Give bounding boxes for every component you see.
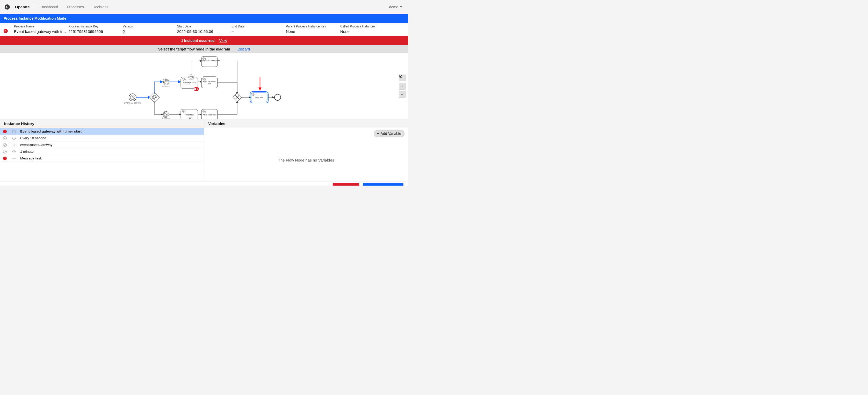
svg-rect-21 [202, 57, 218, 67]
message-interrupted-label: Message task interrupted [198, 59, 220, 62]
nav-decisions[interactable]: Decisions [93, 5, 108, 9]
history-row[interactable]: !Event based gateway with timer start [0, 128, 204, 135]
variables-title: Variables [204, 119, 408, 128]
incident-icon: ! [4, 29, 8, 33]
edge-aftertimer-merge [218, 101, 237, 114]
parent-key-label: Parent Process Instance Key [286, 25, 340, 28]
history-row[interactable]: eventBasedGateway [0, 141, 204, 148]
instance-key-value: 2251799813694906 [68, 29, 123, 34]
node-boundary-message[interactable] [188, 74, 194, 80]
select-target-bar: Select the target flow node in the diagr… [0, 45, 408, 53]
zoom-in-button[interactable]: + [399, 83, 405, 90]
svg-rect-55 [12, 143, 15, 146]
history-row-label: Message task [18, 156, 42, 160]
app-header: C Operate Dashboard Processes Decisions … [0, 0, 408, 14]
node-start-event[interactable] [129, 94, 136, 101]
nav-processes[interactable]: Processes [67, 5, 84, 9]
svg-rect-4 [149, 92, 159, 102]
history-status-icon: ! [0, 157, 10, 160]
modification-target-arrow-icon [258, 77, 261, 91]
svg-rect-51 [13, 130, 15, 133]
timer-task-label: Timer task [184, 113, 194, 116]
nav-dashboard[interactable]: Dashboard [40, 5, 58, 9]
history-kind-icon [10, 141, 18, 148]
history-row[interactable]: Every 10 second [0, 135, 204, 141]
user-name: demo [389, 5, 398, 9]
process-name-value: Event based gateway with timer… [14, 29, 68, 34]
instance-info-row: ! Process Name Event based gateway with … [0, 23, 408, 36]
incident-view-link[interactable]: View [219, 39, 227, 43]
apply-modifications-button[interactable]: Apply Modifications [363, 183, 403, 186]
svg-point-50 [400, 76, 401, 77]
svg-text:1: 1 [197, 88, 198, 91]
edge-interrupted-merge [218, 61, 237, 94]
history-status-icon [0, 143, 10, 147]
end-date-label: End Date [231, 25, 286, 28]
instance-key-label: Process Instance Key [68, 25, 123, 28]
user-menu[interactable]: demo [389, 5, 402, 9]
zoom-out-button[interactable]: − [399, 91, 405, 98]
target-bar-separator [234, 47, 234, 52]
node-timer-bottom[interactable] [163, 111, 169, 118]
edge-boundary-interrupted [191, 61, 202, 74]
svg-marker-48 [258, 88, 261, 91]
svg-line-64 [13, 157, 13, 158]
edge-aftermsg-merge [218, 82, 237, 94]
start-date-value: 2022-09-30 10:56:06 [177, 29, 231, 34]
incident-badge[interactable]: ! 1 [194, 87, 199, 91]
select-target-message: Select the target flow node in the diagr… [158, 47, 230, 51]
brand-logo-icon: C [5, 4, 10, 9]
last-task-label: Last task [255, 96, 264, 99]
instance-history-rows: !Event based gateway with timer startEve… [0, 128, 204, 181]
discard-all-button[interactable]: Discard All [333, 183, 359, 186]
history-kind-icon [10, 128, 18, 135]
history-row[interactable]: 1 minute [0, 148, 204, 155]
history-row-label: eventBasedGateway [18, 143, 53, 147]
node-timer-top[interactable] [163, 79, 169, 85]
bottom-panes: Instance History !Event based gateway wi… [0, 119, 408, 181]
process-name-label: Process Name [14, 25, 68, 28]
target-discard-link[interactable]: Discard [238, 47, 250, 51]
after-msg-label-2: task [208, 82, 211, 85]
incident-message: 1 Incident occurred [181, 39, 214, 43]
node-exclusive-gateway[interactable] [233, 93, 242, 102]
parent-key-value: None [286, 29, 340, 34]
node-message-task-interrupted[interactable] [202, 57, 218, 67]
edge-gateway-timer-top [154, 82, 163, 94]
node-event-gateway[interactable] [149, 92, 159, 102]
svg-line-67 [15, 157, 15, 158]
add-variable-label: Add Variable [381, 131, 401, 136]
history-status-icon [0, 136, 10, 140]
message-task-label: Message task [183, 81, 196, 84]
zoom-reset-button[interactable] [399, 74, 405, 81]
timer-bottom-label: 1 minute [162, 117, 170, 119]
plus-icon: + [377, 131, 379, 136]
node-end-event[interactable] [275, 94, 281, 100]
brand-title: Operate [15, 5, 30, 9]
timer-top-label: 1 minute [162, 85, 170, 88]
incident-bar: 1 Incident occurred View [0, 36, 408, 45]
svg-text:!: ! [195, 88, 195, 90]
modification-footer: Discard All Apply Modifications [0, 181, 408, 186]
version-link[interactable]: 2 [123, 29, 177, 34]
history-status-icon [0, 150, 10, 154]
history-row-label: Every 10 second [18, 136, 46, 140]
edge-gateway-timer-bottom [154, 101, 163, 114]
variables-pane: Variables + Add Variable The Flow Node h… [204, 119, 408, 181]
svg-point-59 [13, 158, 15, 159]
svg-line-66 [13, 159, 13, 159]
bpmn-diagram[interactable]: Every 10 second 1 minute Message ta [0, 53, 408, 119]
svg-line-65 [15, 159, 15, 159]
after-timer-label: After timer task [203, 113, 216, 116]
chevron-down-icon [400, 6, 402, 8]
add-variable-button[interactable]: + Add Variable [374, 130, 404, 137]
history-kind-icon [10, 155, 18, 162]
instance-history-title: Instance History [0, 119, 204, 128]
history-row-label: Event based gateway with timer start [18, 129, 82, 133]
history-row[interactable]: !Message task [0, 155, 204, 162]
header-separator [35, 4, 35, 10]
start-date-label: Start Date [177, 25, 231, 28]
history-kind-icon [10, 135, 18, 141]
start-event-label: Every 10 second [124, 101, 141, 104]
instance-history-pane: Instance History !Event based gateway wi… [0, 119, 204, 181]
